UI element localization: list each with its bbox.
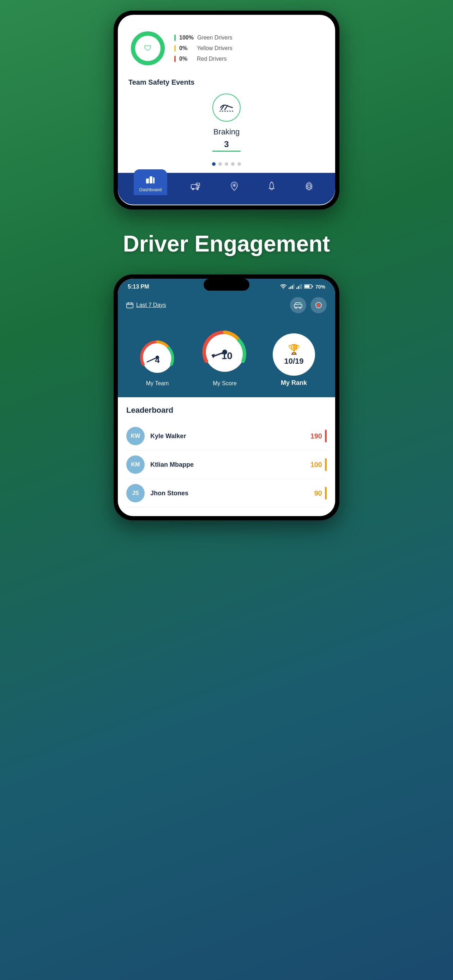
svg-point-16	[308, 185, 310, 188]
player-score-row-kw: 190	[310, 430, 327, 442]
player-name-js: Jhon Stones	[150, 490, 309, 497]
bottom-phone-screen: 5:13 PM	[118, 279, 335, 516]
my-team-score: 4 My Team	[138, 338, 177, 387]
svg-point-37	[317, 303, 320, 307]
svg-rect-23	[298, 286, 299, 289]
avatar-kw: KW	[126, 427, 145, 445]
red-pct: 0%	[179, 56, 193, 62]
player-score-row-js: 90	[314, 487, 327, 500]
nav-settings[interactable]	[299, 179, 319, 196]
svg-rect-28	[304, 285, 309, 288]
svg-rect-5	[149, 177, 153, 183]
top-phone-screen: 🛡 100% Green Drivers 0% Yellow Drivers	[118, 15, 335, 205]
header-icons	[290, 297, 327, 313]
dashboard-icon	[145, 175, 155, 186]
trophy-icon: 🏆	[288, 344, 300, 355]
avatar-km: KM	[126, 455, 145, 474]
team-safety-section: Team Safety Events Braking	[129, 75, 324, 173]
player-score-row-km: 100	[310, 458, 327, 471]
avatar-initials-js: JS	[132, 490, 139, 496]
nav-dashboard[interactable]: Dashboard	[134, 169, 168, 195]
signal-bars-icon	[296, 284, 302, 290]
car-check-button[interactable]	[290, 297, 306, 313]
dot-5[interactable]	[237, 162, 241, 166]
nav-fleet[interactable]	[185, 179, 207, 196]
dot-3[interactable]	[225, 162, 228, 166]
red-drivers-legend: 0% Red Drivers	[174, 56, 232, 62]
rank-circle: 🏆 10/19	[273, 333, 315, 376]
braking-label: Braking	[129, 127, 324, 137]
svg-rect-29	[127, 303, 133, 308]
svg-point-34	[295, 307, 297, 309]
rank-value: 10/19	[284, 356, 304, 366]
leaderboard-item: KM Ktlian Mbappe 100	[126, 450, 327, 479]
signal-icon	[289, 284, 294, 290]
yellow-label: Yellow Drivers	[197, 45, 232, 51]
dot-4[interactable]	[231, 162, 235, 166]
date-filter-label: Last 7 Days	[136, 302, 166, 308]
svg-rect-27	[312, 286, 313, 287]
avatar-initials-kw: KW	[131, 433, 140, 439]
bottom-nav: Dashboard	[118, 173, 335, 205]
braking-value: 3	[212, 139, 241, 152]
top-phone-content: 🛡 100% Green Drivers 0% Yellow Drivers	[118, 15, 335, 173]
player-name-km: Ktlian Mbappe	[150, 461, 305, 468]
yellow-bar	[174, 45, 176, 51]
svg-point-13	[233, 184, 235, 186]
avatar-initials-km: KM	[131, 461, 140, 468]
red-label: Red Drivers	[197, 56, 227, 62]
player-name-kw: Kyle Walker	[150, 433, 305, 440]
driver-engagement-heading: Driver Engagement	[123, 231, 330, 257]
dot-1[interactable]	[212, 162, 216, 166]
green-bar	[174, 35, 176, 41]
fleet-icon	[191, 182, 201, 193]
red-bar	[174, 56, 176, 62]
phone-notch	[203, 279, 250, 291]
avatar-js: JS	[126, 484, 145, 502]
dot-2[interactable]	[218, 162, 222, 166]
bottom-phone: 5:13 PM	[114, 274, 339, 520]
safety-icon-container	[129, 94, 324, 122]
status-icons: 70%	[280, 284, 325, 290]
svg-rect-18	[289, 288, 290, 289]
green-pct: 100%	[179, 35, 194, 41]
status-time: 5:13 PM	[128, 284, 149, 290]
green-label: Green Drivers	[197, 35, 232, 41]
nav-location[interactable]	[224, 178, 245, 196]
team-score-label: My Team	[146, 380, 169, 387]
svg-rect-6	[153, 177, 154, 183]
score-gauge: 10	[200, 328, 250, 377]
svg-rect-24	[300, 285, 300, 289]
record-button[interactable]	[310, 297, 327, 313]
team-safety-title: Team Safety Events	[129, 78, 324, 86]
top-phone: 🛡 100% Green Drivers 0% Yellow Drivers	[114, 11, 339, 210]
battery-pct: 70%	[315, 284, 325, 290]
wifi-icon	[280, 284, 286, 290]
team-gauge: 4	[138, 338, 177, 377]
player-score-kw: 190	[310, 432, 322, 440]
team-score-value: 4	[155, 355, 159, 365]
location-icon	[230, 181, 239, 193]
leaderboard-title: Leaderboard	[126, 406, 327, 415]
svg-rect-33	[294, 304, 302, 307]
svg-rect-25	[301, 284, 302, 289]
gear-icon	[304, 182, 314, 193]
my-rank-item: 🏆 10/19 My Rank	[273, 333, 315, 387]
driver-legend: 100% Green Drivers 0% Yellow Drivers 0% …	[174, 35, 232, 62]
svg-point-35	[300, 307, 301, 309]
svg-rect-19	[290, 286, 291, 289]
my-rank-label: My Rank	[281, 379, 307, 387]
svg-point-10	[197, 188, 199, 190]
driver-donut-chart: 🛡	[129, 29, 167, 68]
score-bar-km	[325, 458, 327, 471]
green-drivers-legend: 100% Green Drivers	[174, 35, 232, 41]
player-score-js: 90	[314, 489, 322, 497]
leaderboard-item: JS Jhon Stones 90	[126, 479, 327, 508]
nav-alerts[interactable]	[262, 178, 281, 196]
leaderboard-section: Leaderboard KW Kyle Walker 190 KM Ktlian…	[118, 397, 335, 516]
score-bar-kw	[325, 430, 327, 442]
svg-rect-4	[146, 178, 149, 183]
svg-point-9	[192, 188, 194, 190]
safety-icon-circle	[212, 94, 241, 122]
date-filter[interactable]: Last 7 Days	[126, 302, 166, 308]
